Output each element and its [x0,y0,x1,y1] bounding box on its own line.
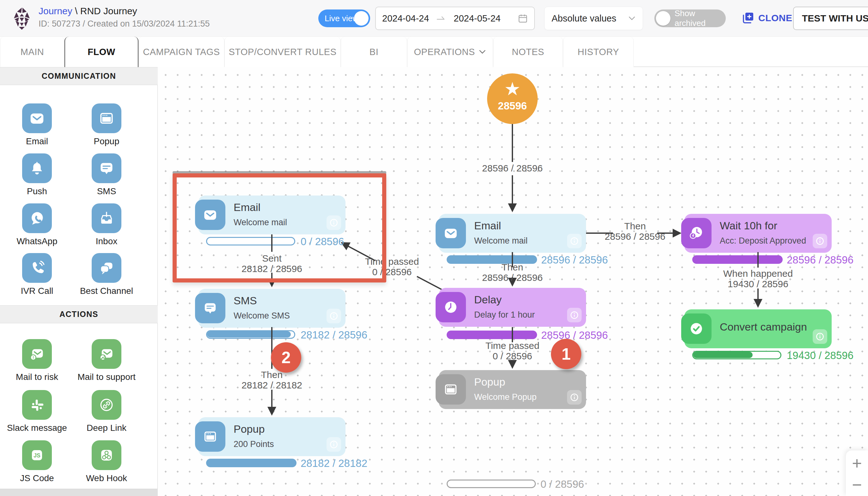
palette-item-email[interactable]: Email [2,104,72,146]
connector-tick [271,327,272,342]
node-sms[interactable]: SMS Welcome SMS [198,289,345,328]
progress-bar-convert [692,351,782,359]
date-to-value[interactable]: 2024-05-24 [454,13,500,24]
info-icon[interactable] [567,234,582,248]
node-popup-mid[interactable]: Popup Welcome Popup [439,370,586,409]
app-header: Journey \ RND Journey ID: 507273 / Creat… [0,0,868,37]
palette-item-deep-link[interactable]: Deep Link [72,390,141,433]
palette-item-best-channel[interactable]: Best Channel [72,253,141,296]
inbox-icon [92,203,122,233]
live-view-toggle[interactable]: Live view [318,10,370,27]
palette-item-sms[interactable]: SMS [72,153,141,197]
palette-item-inbox[interactable]: Inbox [72,203,141,246]
node-popup-left[interactable]: Popup 200 Points [198,417,345,456]
palette-item-push[interactable]: Push [2,153,72,197]
test-with-user-button[interactable]: TEST WITH USER [793,7,868,30]
info-icon[interactable] [567,308,582,322]
progress-bar-popup-mid [447,480,536,488]
info-icon[interactable] [813,329,827,344]
connector-label-time-passed: Time passed0 / 28596 [459,340,566,361]
tab-main[interactable]: MAIN [0,37,64,67]
connector-tick [271,234,272,249]
connector-label-sent: Sent28182 / 28596 [218,253,325,274]
ivr-call-icon [22,253,52,283]
progress-value: 0 / 28596 [301,236,344,248]
zoom-in-button[interactable]: + [846,453,868,473]
node-subtitle: Welcome mail [474,236,528,246]
svg-text:!: ! [33,355,34,360]
palette-item-ivr-call[interactable]: IVR Call [2,253,72,296]
entry-count: 28596 [487,100,538,112]
calendar-icon[interactable] [518,13,528,24]
node-title: Wait 10h for [720,219,777,232]
tab-notes[interactable]: NOTES [493,37,563,67]
annotation-badge-1: 1 [551,339,581,369]
live-view-label: Live view [325,14,358,24]
value-mode-select[interactable]: Absolute values [544,7,643,30]
flow-canvas[interactable]: ★ 28596 28596 / 28596 Sent28182 / 28596 … [158,67,868,496]
tab-campaign-tags[interactable]: CAMPAIGN TAGS [139,37,224,67]
mail-support-icon [92,339,122,369]
info-icon[interactable] [326,215,341,230]
tab-flow[interactable]: FLOW [64,37,139,67]
show-archived-toggle[interactable]: Show archived [654,10,726,27]
connector-label-right-then: Then28596 / 28596 [581,221,689,242]
progress-bar-sms [206,330,295,339]
info-icon[interactable] [326,309,341,323]
node-email-mid[interactable]: Email Welcome mail [439,214,586,253]
node-subtitle: 200 Points [234,439,274,449]
tab-operations[interactable]: OPERATIONS [407,37,493,67]
zoom-controls: + − [846,450,868,496]
palette-item-web-hook[interactable]: Web Hook [72,440,141,483]
tab-bar: MAIN FLOW CAMPAIGN TAGS STOP/CONVERT RUL… [0,37,868,67]
entry-node[interactable]: ★ 28596 [487,73,538,124]
delay-clock-icon [436,292,466,322]
tab-history[interactable]: HISTORY [563,37,634,67]
node-title: Delay [474,294,502,306]
palette-sidebar: COMMUNICATION Email Popup Push [0,67,158,496]
date-from-value[interactable]: 2024-04-24 [382,13,429,24]
node-convert-campaign[interactable]: Convert campaign [684,309,832,348]
annotation-badge-2: 2 [271,342,301,373]
progress-bar-email-left [206,237,295,246]
node-email-left[interactable]: Email Welcome mail [198,196,345,234]
connector-label-when-happened: When happened19430 / 28596 [704,268,812,289]
date-range-picker[interactable]: 2024-04-24 2024-05-24 [375,7,535,30]
connector-tick [757,252,759,267]
palette-item-slack-message[interactable]: Slack message [2,390,72,433]
section-header-actions: ACTIONS [0,305,158,323]
node-title: SMS [234,294,257,307]
breadcrumb-journey-link[interactable]: Journey [38,6,73,16]
info-icon[interactable] [567,390,582,405]
deep-link-icon [92,390,122,420]
copy-plus-icon [741,11,755,25]
info-icon[interactable] [326,437,341,452]
node-subtitle: Welcome mail [234,218,287,228]
node-delay[interactable]: Delay Delay for 1 hour [439,288,586,327]
palette-item-popup[interactable]: Popup [72,104,141,146]
sms-icon [195,293,225,323]
palette-item-mail-to-risk[interactable]: ! Mail to risk [2,339,72,382]
palette-item-whatsapp[interactable]: WhatsApp [2,203,72,246]
optimove-logo [11,7,32,30]
palette-item-js-code[interactable]: JS JS Code [2,440,72,483]
tab-stop-convert-rules[interactable]: STOP/CONVERT RULES [224,37,341,67]
node-title: Email [474,219,501,232]
email-icon [195,200,225,230]
popup-icon [436,374,466,405]
progress-value: 28182 / 28596 [301,329,367,341]
node-subtitle: Welcome Popup [474,392,537,402]
js-code-icon: JS [22,440,52,470]
sms-icon [92,153,122,183]
clone-button[interactable]: CLONE [741,11,792,25]
sidebar-scrollbar[interactable] [0,489,158,496]
connector-label-mid-then: Then28596 / 28596 [459,262,566,283]
journey-builder-app: Journey \ RND Journey ID: 507273 / Creat… [0,0,868,496]
palette-item-mail-to-support[interactable]: Mail to support [72,339,141,382]
zoom-out-button[interactable]: − [846,475,868,495]
tab-bi[interactable]: BI [341,37,407,67]
node-wait[interactable]: Wait 10h for Acc: Deposit Approved [684,214,832,253]
swap-right-icon [436,15,446,22]
info-icon[interactable] [813,234,827,248]
connector-tick [512,327,513,342]
